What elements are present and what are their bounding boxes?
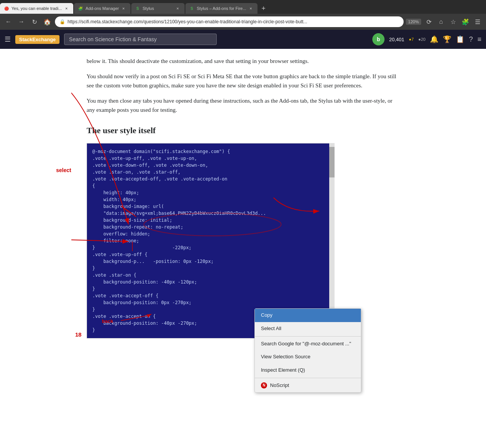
site-header: ☰ StackExchange b 20,401 ●7 ●20 🔔 🏆 📋 ? …	[0, 30, 486, 49]
paragraph-3: You may then close any tabs you have ope…	[87, 96, 399, 114]
reload-btn[interactable]: ⟳	[423, 16, 434, 27]
context-menu-search-google[interactable]: Search Google for "@-moz-document ..."	[255, 337, 361, 351]
select-annotation: select	[56, 166, 71, 174]
menu-btn[interactable]: ☰	[472, 16, 483, 27]
paragraph-2: You should now verify in a post on Sci F…	[87, 72, 399, 90]
search-google-label: Search Google for "@-moz-document ..."	[261, 340, 351, 348]
tab-bar: 🔴 Yes, you can enable tradi... × 🧩 Add-o…	[0, 0, 486, 14]
tab-1[interactable]: 🔴 Yes, you can enable tradi... ×	[0, 3, 73, 14]
code-content: @-moz-document domain("scifi.stackexchan…	[92, 148, 329, 334]
notifications-icon[interactable]: 🔔	[430, 35, 438, 44]
context-menu-view-source[interactable]: View Selection Source	[255, 350, 361, 364]
site-logo[interactable]: StackExchange	[15, 35, 60, 44]
tab-2-title: Add-ons Manager	[85, 6, 119, 11]
forward-button[interactable]: →	[16, 16, 27, 27]
context-menu: Copy Select All Search Google for "@-moz…	[254, 308, 361, 393]
tab-1-close[interactable]: ×	[63, 5, 69, 11]
main-content: below it. This should deactivate the cus…	[71, 49, 415, 448]
tab-2[interactable]: 🧩 Add-ons Manager ×	[74, 3, 130, 14]
copy-label: Copy	[261, 311, 272, 319]
paragraph-1: below it. This should deactivate the cus…	[87, 56, 399, 66]
url-bar[interactable]: 🔒 https://scifi.meta.stackexchange.com/q…	[55, 16, 404, 27]
tab-4-close[interactable]: ×	[248, 5, 254, 11]
achievements-icon[interactable]: 🏆	[443, 35, 451, 44]
site-switcher-icon[interactable]: ≡	[477, 35, 481, 44]
zoom-level: 120%	[406, 19, 421, 25]
context-menu-copy[interactable]: Copy	[255, 309, 361, 322]
address-bar: ← → ↻ 🏠 🔒 https://scifi.meta.stackexchan…	[0, 14, 486, 30]
view-source-label: View Selection Source	[261, 353, 311, 361]
help-icon[interactable]: ?	[469, 35, 473, 44]
section-heading: The user style itself	[87, 124, 399, 137]
tab-1-favicon: 🔴	[4, 6, 9, 11]
context-menu-sep-2	[255, 378, 361, 378]
url-text: https://scifi.meta.stackexchange.com/que…	[68, 19, 399, 24]
back-button[interactable]: ←	[3, 16, 14, 27]
home-btn2[interactable]: ⌂	[436, 16, 446, 27]
user-avatar: b	[372, 33, 385, 45]
tab-3-close[interactable]: ×	[175, 5, 181, 11]
browser-chrome: 🔴 Yes, you can enable tradi... × 🧩 Add-o…	[0, 0, 486, 30]
hamburger-icon[interactable]: ☰	[5, 35, 11, 44]
new-tab-button[interactable]: +	[258, 3, 269, 14]
context-menu-noscript[interactable]: N NoScript	[255, 379, 361, 392]
user-rep: 20,401	[389, 37, 404, 42]
context-menu-sep-1	[255, 336, 361, 337]
tab-1-title: Yes, you can enable tradi...	[11, 6, 62, 11]
refresh-button[interactable]: ↻	[29, 16, 40, 27]
content-wrapper: below it. This should deactivate the cus…	[0, 49, 486, 448]
home-button[interactable]: 🏠	[42, 16, 53, 27]
scrollbar-thumb[interactable]	[329, 147, 335, 177]
context-menu-select-all[interactable]: Select All	[255, 322, 361, 335]
noscript-label: NoScript	[270, 382, 289, 390]
tab-4-favicon: S	[189, 6, 195, 11]
gold-badge: ●7	[409, 37, 414, 42]
silver-badge: ●20	[418, 37, 426, 42]
tab-2-favicon: 🧩	[78, 6, 83, 11]
tab-4[interactable]: S Stylus – Add-ons for Fire... ×	[185, 3, 258, 14]
bookmark-btn[interactable]: ☆	[448, 16, 459, 27]
annotation-18: 18	[75, 330, 82, 339]
tab-3-favicon: S	[135, 6, 140, 11]
context-menu-inspect[interactable]: Inspect Element (Q)	[255, 364, 361, 377]
review-icon[interactable]: 📋	[456, 35, 464, 44]
tab-3-title: Stylus	[143, 6, 173, 11]
header-right: b 20,401 ●7 ●20 🔔 🏆 📋 ? ≡	[372, 33, 481, 45]
extensions-btn[interactable]: 🧩	[460, 16, 471, 27]
tab-3[interactable]: S Stylus ×	[131, 3, 185, 14]
security-lock-icon: 🔒	[60, 19, 65, 24]
inspect-label: Inspect Element (Q)	[261, 366, 305, 374]
noscript-icon: N	[261, 382, 267, 388]
select-all-label: Select All	[261, 325, 281, 333]
tab-2-close[interactable]: ×	[121, 5, 127, 11]
search-input[interactable]	[64, 34, 217, 45]
toolbar-right: ⟳ ⌂ ☆ 🧩 ☰	[423, 16, 483, 27]
tab-4-title: Stylus – Add-ons for Fire...	[197, 6, 246, 11]
